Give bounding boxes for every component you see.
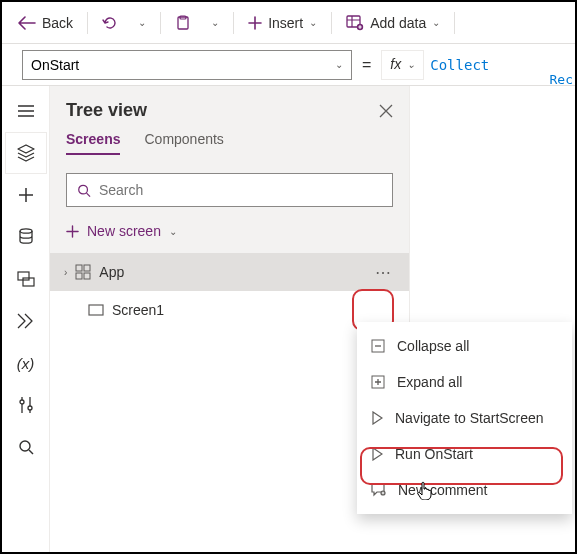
expand-icon [371,375,385,389]
menu-navigate-startscreen[interactable]: Navigate to StartScreen [357,400,572,436]
chevron-down-icon: ⌄ [211,17,219,28]
variable-icon: (x) [17,355,35,372]
rail-search[interactable] [5,426,47,468]
back-label: Back [42,15,73,31]
paste-dropdown[interactable]: ⌄ [203,13,227,32]
separator [454,12,455,34]
menu-run-onstart[interactable]: Run OnStart [357,436,572,472]
fx-button[interactable]: fx ⌄ [381,50,424,80]
chevron-down-icon: ⌄ [407,59,415,70]
tree-view-title: Tree view [66,100,147,121]
formula-text-cont: Rec [550,72,573,87]
flow-icon [17,313,35,329]
tree-node-app[interactable]: › App ⋯ [50,253,409,291]
play-icon [371,447,383,461]
menu-collapse-all[interactable]: Collapse all [357,328,572,364]
menu-collapse-label: Collapse all [397,338,469,354]
rail-data[interactable] [5,216,47,258]
search-icon [18,439,34,455]
clipboard-icon [175,15,191,31]
svg-rect-12 [84,265,90,271]
property-value: OnStart [31,57,79,73]
plus-icon [248,16,262,30]
new-screen-button[interactable]: New screen ⌄ [50,217,409,253]
top-toolbar: Back ⌄ ⌄ Insert ⌄ Add data ⌄ [2,2,575,44]
chevron-down-icon: ⌄ [138,17,146,28]
chevron-down-icon: ⌄ [335,59,343,70]
svg-rect-14 [84,273,90,279]
search-input[interactable] [99,182,382,198]
fx-label: fx [390,56,401,73]
tree-search[interactable] [66,173,393,207]
plus-icon [66,225,79,238]
svg-rect-15 [89,305,103,315]
svg-rect-11 [76,265,82,271]
add-data-label: Add data [370,15,426,31]
tab-screens[interactable]: Screens [66,131,120,155]
insert-button[interactable]: Insert ⌄ [240,11,325,35]
database-icon [18,228,34,246]
undo-button[interactable] [94,11,126,35]
play-icon [371,411,383,425]
layers-icon [16,143,36,163]
menu-new-comment[interactable]: New comment [357,472,572,508]
separator [160,12,161,34]
screen-icon [88,304,104,316]
property-selector[interactable]: OnStart ⌄ [22,50,352,80]
chevron-down-icon: ⌄ [169,226,177,237]
comment-icon [371,483,386,497]
plus-icon [18,187,34,203]
app-icon [75,264,91,280]
collapse-icon [371,339,385,353]
hamburger-icon [17,104,35,118]
rail-media[interactable] [5,258,47,300]
tree-node-screen1[interactable]: Screen1 [50,291,409,329]
screen1-label: Screen1 [112,302,164,318]
tree-tabs: Screens Components [50,131,409,163]
rail-hamburger[interactable] [5,90,47,132]
svg-point-9 [20,441,30,451]
rail-advanced-tools[interactable] [5,384,47,426]
app-more-button[interactable]: ⋯ [369,259,399,285]
ellipsis-icon: ⋯ [375,263,393,282]
close-panel-button[interactable] [379,104,393,118]
svg-point-10 [79,185,88,194]
svg-rect-13 [76,273,82,279]
rail-insert[interactable] [5,174,47,216]
tab-components[interactable]: Components [144,131,223,155]
equals-label: = [352,56,381,74]
table-add-icon [346,15,364,31]
paste-button[interactable] [167,11,199,35]
undo-dropdown[interactable]: ⌄ [130,13,154,32]
sliders-icon [18,396,34,414]
chevron-down-icon: ⌄ [432,17,440,28]
rail-power-automate[interactable] [5,300,47,342]
menu-expand-all[interactable]: Expand all [357,364,572,400]
app-label: App [99,264,124,280]
close-icon [379,104,393,118]
rail-variables[interactable]: (x) [5,342,47,384]
rail-tree-view[interactable] [5,132,47,174]
undo-icon [102,15,118,31]
new-screen-label: New screen [87,223,161,239]
svg-point-8 [28,406,32,410]
formula-text[interactable]: Collect [424,57,489,73]
insert-label: Insert [268,15,303,31]
search-icon [77,183,91,198]
chevron-down-icon: ⌄ [309,17,317,28]
tree-view-panel: Tree view Screens Components New screen … [50,86,410,329]
svg-point-7 [20,400,24,404]
separator [233,12,234,34]
context-menu: Collapse all Expand all Navigate to Star… [357,322,572,514]
arrow-left-icon [18,16,36,30]
add-data-button[interactable]: Add data ⌄ [338,11,448,35]
formula-bar: OnStart ⌄ = fx ⌄ Collect [2,44,575,86]
menu-navigate-label: Navigate to StartScreen [395,410,544,426]
chevron-right-icon[interactable]: › [64,267,67,278]
separator [331,12,332,34]
menu-comment-label: New comment [398,482,487,498]
separator [87,12,88,34]
menu-expand-label: Expand all [397,374,462,390]
back-button[interactable]: Back [10,11,81,35]
left-rail: (x) [2,86,50,552]
